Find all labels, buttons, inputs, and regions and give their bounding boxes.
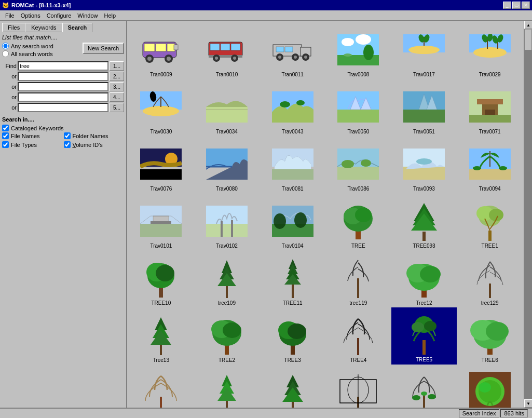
list-item[interactable]: Tree12 bbox=[391, 250, 457, 307]
list-item[interactable]: Trav0029 bbox=[457, 22, 523, 79]
close-button[interactable]: ✕ bbox=[522, 2, 530, 9]
list-item[interactable]: Tran0010 bbox=[194, 22, 260, 79]
list-item[interactable]: TREEFERN bbox=[391, 365, 457, 408]
list-item[interactable]: TREE5 bbox=[391, 307, 457, 365]
find-btn-2[interactable]: 2... bbox=[110, 72, 124, 81]
svg-point-129 bbox=[420, 266, 441, 282]
cb-filenames-check[interactable] bbox=[2, 132, 9, 139]
thumbnail bbox=[206, 143, 248, 185]
find-row-5: or 5... bbox=[2, 103, 124, 112]
list-item[interactable]: Trav0071 bbox=[457, 79, 523, 136]
cell-label: Trav0071 bbox=[479, 129, 501, 134]
list-item[interactable]: Tran0009 bbox=[128, 22, 194, 79]
svg-rect-93 bbox=[206, 224, 248, 237]
find-row-1: Find 1... bbox=[2, 61, 124, 71]
cb-filetypes-check[interactable] bbox=[2, 141, 9, 148]
svg-point-151 bbox=[486, 322, 509, 341]
list-item[interactable]: Trav0034 bbox=[194, 79, 260, 136]
list-item[interactable]: Trav0050 bbox=[325, 79, 391, 136]
cb-filenames-label: File Names bbox=[11, 133, 40, 139]
list-item[interactable]: TREE bbox=[325, 193, 391, 250]
list-item[interactable]: Trav0086 bbox=[325, 136, 391, 193]
scroll-down-button[interactable]: ▼ bbox=[524, 399, 532, 408]
list-item[interactable]: Trav0017 bbox=[391, 22, 457, 79]
svg-point-85 bbox=[473, 166, 481, 170]
svg-point-142 bbox=[288, 323, 306, 339]
all-words-radio[interactable] bbox=[2, 50, 9, 57]
find-input-2[interactable] bbox=[18, 72, 108, 81]
tab-files[interactable]: Files bbox=[2, 23, 25, 32]
thumbnail bbox=[272, 29, 313, 71]
svg-point-146 bbox=[412, 322, 424, 332]
minimize-button[interactable]: _ bbox=[503, 2, 511, 9]
new-search-button[interactable]: New Search bbox=[83, 43, 124, 54]
tab-keywords[interactable]: Keywords bbox=[25, 23, 62, 32]
svg-rect-63 bbox=[403, 110, 445, 123]
svg-rect-88 bbox=[140, 224, 182, 237]
scrollbar[interactable]: ▲ ▼ bbox=[524, 21, 532, 408]
list-item[interactable]: Trav0102 bbox=[194, 193, 260, 250]
menu-options[interactable]: Options bbox=[18, 11, 44, 20]
list-item[interactable]: TREEBRDR bbox=[325, 365, 391, 408]
or-label-4: or bbox=[2, 94, 17, 100]
list-item[interactable]: Trav0030 bbox=[128, 79, 194, 136]
scroll-thumb[interactable] bbox=[525, 30, 532, 50]
menu-file[interactable]: File bbox=[2, 11, 18, 20]
svg-rect-74 bbox=[272, 169, 313, 180]
find-input-3[interactable] bbox=[18, 82, 108, 91]
list-item[interactable]: TREE6 bbox=[457, 307, 523, 365]
menu-help[interactable]: Help bbox=[101, 11, 119, 20]
list-item[interactable]: TREEFROG bbox=[457, 365, 523, 408]
cell-label: Tree12 bbox=[416, 300, 432, 306]
find-btn-5[interactable]: 5... bbox=[110, 103, 124, 112]
find-btn-3[interactable]: 3... bbox=[110, 82, 124, 91]
find-input-4[interactable] bbox=[18, 92, 108, 102]
all-words-row: All search words bbox=[2, 50, 53, 57]
list-item[interactable]: TREE3 bbox=[260, 307, 325, 365]
list-item[interactable]: Tree13 bbox=[128, 307, 194, 365]
list-item[interactable]: Trav0043 bbox=[260, 79, 325, 136]
thumbnail bbox=[206, 315, 248, 356]
list-item[interactable]: TREE4 bbox=[325, 307, 391, 365]
list-item[interactable]: Tree9 bbox=[260, 365, 325, 408]
list-item[interactable]: TREE11 bbox=[260, 250, 325, 307]
find-input-1[interactable] bbox=[18, 61, 108, 71]
any-word-radio[interactable] bbox=[2, 43, 9, 49]
list-item[interactable]: TREE093 bbox=[391, 193, 457, 250]
thumbnail bbox=[140, 258, 182, 299]
svg-rect-59 bbox=[337, 110, 379, 123]
list-item[interactable]: tree109 bbox=[194, 250, 260, 307]
menu-configure[interactable]: Configure bbox=[44, 11, 75, 20]
thumbnail bbox=[469, 200, 511, 242]
cb-volumeids-check[interactable] bbox=[64, 141, 71, 148]
list-item[interactable]: tree129 bbox=[457, 250, 523, 307]
menu-window[interactable]: Window bbox=[74, 11, 101, 20]
list-item[interactable]: TREE1 bbox=[457, 193, 523, 250]
restore-button[interactable]: ▭ bbox=[512, 2, 521, 9]
find-input-5[interactable] bbox=[18, 103, 108, 112]
list-item[interactable]: TREE10 bbox=[128, 250, 194, 307]
list-item[interactable]: TREE7 bbox=[128, 365, 194, 408]
list-item[interactable]: Trav0093 bbox=[391, 136, 457, 193]
list-item[interactable]: Trav0076 bbox=[128, 136, 194, 193]
cb-cataloged-check[interactable] bbox=[2, 125, 9, 131]
cell-label: Trav0094 bbox=[479, 186, 501, 192]
cb-foldernames-check[interactable] bbox=[64, 132, 71, 139]
list-item[interactable]: tree119 bbox=[325, 250, 391, 307]
thumbnail bbox=[403, 258, 445, 299]
list-item[interactable]: Trav0104 bbox=[260, 193, 325, 250]
list-item[interactable]: Trav0080 bbox=[194, 136, 260, 193]
find-btn-1[interactable]: 1... bbox=[110, 61, 124, 71]
cb-filetypes: File Types bbox=[2, 141, 63, 148]
list-item[interactable]: TREE8 bbox=[194, 365, 260, 408]
find-btn-4[interactable]: 4... bbox=[110, 92, 124, 102]
list-item[interactable]: TREE2 bbox=[194, 307, 260, 365]
list-item[interactable]: Trav0051 bbox=[391, 79, 457, 136]
list-item[interactable]: Tran0011 bbox=[260, 22, 325, 79]
scroll-up-button[interactable]: ▲ bbox=[524, 21, 532, 29]
tab-search[interactable]: Search bbox=[62, 23, 93, 32]
list-item[interactable]: Trav0101 bbox=[128, 193, 194, 250]
list-item[interactable]: Trav0008 bbox=[325, 22, 391, 79]
list-item[interactable]: Trav0094 bbox=[457, 136, 523, 193]
list-item[interactable]: Trav0081 bbox=[260, 136, 325, 193]
